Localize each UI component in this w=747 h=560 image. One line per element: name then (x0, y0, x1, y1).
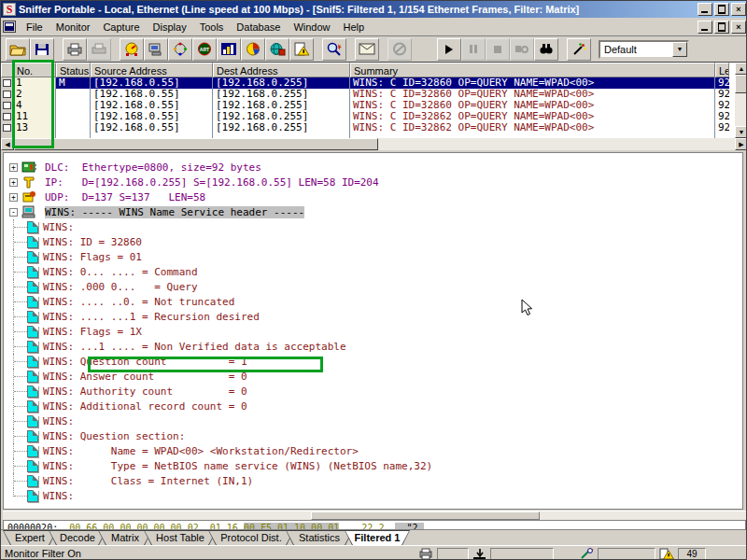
decode-field-line[interactable]: WINS: ID = 32860 (4, 234, 742, 249)
expand-plus-icon[interactable]: + (9, 163, 18, 172)
decode-field-line[interactable]: WINS: Class = Internet (IN,1) (4, 473, 742, 488)
stop-disabled-button[interactable] (388, 38, 412, 61)
tab-filtered-1[interactable]: Filtered 1 (345, 530, 410, 545)
art-button[interactable]: ART (192, 38, 217, 61)
frame-list-hscrollbar[interactable]: ◀ ▶ (1, 138, 747, 150)
decode-hscroll-thumb[interactable] (311, 511, 540, 520)
history-samples-button[interactable] (217, 38, 241, 61)
frame-list-vscrollbar[interactable]: ▲ ▼ (735, 63, 747, 138)
row-checkbox[interactable] (1, 89, 13, 100)
decode-field-line-question-count[interactable]: WINS: Question count = 1 (4, 354, 742, 369)
decode-field-line[interactable]: WINS: Type = NetBIOS name service (WINS)… (4, 458, 742, 473)
decode-field-line[interactable]: WINS: Answer count = 0 (4, 369, 742, 384)
menu-file[interactable]: File (20, 20, 49, 35)
frame-row[interactable]: 11 [192.168.0.55] [192.168.0.255] WINS: … (1, 111, 735, 122)
decode-field-line[interactable]: WINS: (4, 488, 742, 503)
decode-field-line[interactable]: WINS: (4, 413, 742, 428)
decode-field-line[interactable]: WINS: ...1 .... = Non Verified data is a… (4, 339, 742, 354)
decode-field-line[interactable]: WINS: (4, 219, 742, 234)
row-checkbox[interactable] (1, 100, 13, 111)
vscroll-track[interactable] (735, 93, 747, 126)
menu-database[interactable]: Database (230, 20, 287, 35)
filter-profile-select[interactable]: Default ▼ (599, 40, 689, 59)
tab-host-table[interactable]: Host Table (144, 530, 217, 545)
protocol-distribution-button[interactable] (241, 38, 265, 61)
open-button[interactable] (6, 38, 30, 61)
mdi-restore-button[interactable] (714, 21, 729, 34)
menu-tools[interactable]: Tools (193, 20, 231, 35)
menu-window[interactable]: Window (287, 20, 336, 35)
mdi-close-button[interactable]: × (731, 21, 746, 34)
decode-line-ip[interactable]: + IP: D=[192.168.0.255] S=[192.168.0.55]… (4, 175, 742, 189)
column-header-no[interactable]: No. (13, 63, 56, 77)
decode-field-line[interactable]: WINS: 0... .... = Command (4, 264, 742, 279)
display-captured-button[interactable] (534, 38, 558, 61)
alarm-log-button[interactable] (289, 38, 314, 61)
column-header-select[interactable] (1, 63, 13, 77)
decode-field-line[interactable]: WINS: Name = WPAD<00> <Workstation/Redir… (4, 443, 742, 458)
scroll-up-icon[interactable]: ▲ (735, 63, 747, 75)
send-mail-button[interactable] (355, 38, 379, 61)
column-header-status[interactable]: Status (56, 63, 91, 77)
tab-statistics[interactable]: Statistics (286, 530, 353, 545)
print-report-button[interactable] (87, 38, 111, 61)
host-table-button[interactable] (144, 38, 168, 61)
decode-field-line[interactable]: WINS: .... ..0. = Not truncated (4, 294, 742, 309)
start-capture-button[interactable] (437, 38, 461, 61)
row-checkbox[interactable] (1, 77, 13, 89)
minimize-button[interactable] (698, 3, 712, 16)
menu-help[interactable]: Help (337, 20, 372, 35)
menu-monitor[interactable]: Monitor (49, 20, 97, 35)
restore-button[interactable] (714, 3, 729, 16)
frame-row[interactable]: 4 [192.168.0.55] [192.168.0.255] WINS: C… (1, 100, 735, 111)
decode-field-line[interactable]: WINS: Additional record count = 0 (4, 399, 742, 413)
expand-plus-icon[interactable]: + (9, 178, 18, 187)
tab-matrix[interactable]: Matrix (98, 530, 152, 545)
column-header-summary[interactable]: Summary (350, 63, 715, 77)
scroll-left-icon[interactable]: ◀ (1, 138, 14, 150)
decode-field-line[interactable]: WINS: Question section: (4, 428, 742, 443)
tab-decode[interactable]: Decode (49, 530, 106, 545)
frame-row[interactable]: 2 [192.168.0.55] [192.168.0.255] WINS: C… (1, 89, 735, 100)
vscroll-thumb[interactable] (735, 75, 747, 93)
print-button[interactable] (63, 38, 87, 61)
expand-plus-icon[interactable]: + (9, 193, 18, 202)
column-header-dest[interactable]: Dest Address (213, 63, 350, 77)
decode-field-line[interactable]: WINS: Flags = 01 (4, 249, 742, 264)
frame-row[interactable]: 1 M [192.168.0.55] [192.168.0.255] WINS:… (1, 77, 735, 89)
frame-row[interactable]: 13 [192.168.0.55] [192.168.0.255] WINS: … (1, 122, 735, 133)
pause-capture-button[interactable] (461, 38, 486, 61)
global-statistics-button[interactable] (265, 38, 289, 61)
hscroll-thumb[interactable] (14, 138, 378, 150)
column-header-source[interactable]: Source Address (91, 63, 213, 77)
menu-display[interactable]: Display (147, 20, 193, 35)
collapse-minus-icon[interactable]: - (9, 208, 18, 217)
save-button[interactable] (30, 38, 54, 61)
matrix-button[interactable] (168, 38, 192, 61)
mdi-document-icon[interactable] (3, 21, 16, 33)
menu-capture[interactable]: Capture (96, 20, 146, 35)
stop-and-display-button[interactable] (510, 38, 534, 61)
tab-expert[interactable]: Expert (3, 530, 57, 545)
define-filter-button[interactable] (567, 38, 591, 61)
tab-protocol-dist[interactable]: Protocol Dist. (208, 530, 294, 545)
decode-hscrollbar[interactable] (3, 511, 746, 520)
scroll-right-icon[interactable]: ▶ (735, 138, 747, 150)
stop-capture-button[interactable] (486, 38, 510, 61)
mdi-minimize-button[interactable] (698, 21, 712, 34)
decode-field-line[interactable]: WINS: Authority count = 0 (4, 384, 742, 399)
decode-field-line[interactable]: WINS: .000 0... = Query (4, 279, 742, 294)
capture-panel-button[interactable] (322, 38, 346, 61)
decode-field-line[interactable]: WINS: .... ...1 = Recursion desired (4, 309, 742, 324)
decode-line-udp[interactable]: + UDP: D=137 S=137 LEN=58 (4, 189, 742, 204)
decode-field-line[interactable]: WINS: Flags = 1X (4, 324, 742, 339)
row-checkbox[interactable] (1, 111, 13, 122)
decode-line-wins-header[interactable]: - WINS: ----- WINS Name Service header -… (4, 204, 742, 219)
dashboard-button[interactable] (120, 38, 144, 61)
scroll-down-icon[interactable]: ▼ (735, 126, 747, 138)
decode-line-dlc[interactable]: + DLC: Ethertype=0800, size=92 bytes (4, 160, 742, 175)
row-checkbox[interactable] (1, 122, 13, 133)
chevron-down-icon[interactable]: ▼ (672, 42, 687, 57)
close-button[interactable]: × (731, 3, 746, 16)
column-header-len[interactable]: Len (715, 63, 729, 77)
